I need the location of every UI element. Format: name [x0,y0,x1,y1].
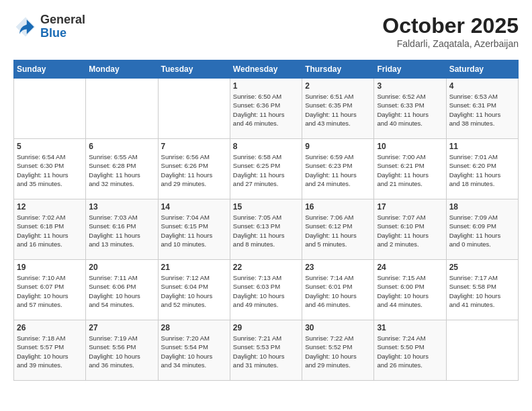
weekday-header-thursday: Thursday [302,60,374,79]
day-number: 10 [377,142,443,151]
weekday-header-saturday: Saturday [446,60,518,79]
logo-text: General Blue [40,13,85,40]
day-info: Sunrise: 7:04 AM Sunset: 6:15 PM Dayligh… [161,213,227,248]
day-info: Sunrise: 7:00 AM Sunset: 6:21 PM Dayligh… [377,152,443,188]
calendar-cell: 10Sunrise: 7:00 AM Sunset: 6:21 PM Dayli… [374,139,446,199]
calendar-cell: 16Sunrise: 7:06 AM Sunset: 6:12 PM Dayli… [302,199,374,260]
calendar-cell: 31Sunrise: 7:24 AM Sunset: 5:50 PM Dayli… [374,320,446,381]
day-info: Sunrise: 7:15 AM Sunset: 6:00 PM Dayligh… [377,273,443,309]
day-number: 5 [17,142,83,151]
day-number: 14 [161,202,227,212]
calendar-cell: 7Sunrise: 6:56 AM Sunset: 6:26 PM Daylig… [158,139,230,199]
day-info: Sunrise: 7:06 AM Sunset: 6:12 PM Dayligh… [305,213,371,248]
week-row-2: 5Sunrise: 6:54 AM Sunset: 6:30 PM Daylig… [14,139,519,199]
calendar-cell: 1Sunrise: 6:50 AM Sunset: 6:36 PM Daylig… [230,79,302,139]
week-row-5: 26Sunrise: 7:18 AM Sunset: 5:57 PM Dayli… [14,320,519,381]
weekday-header-tuesday: Tuesday [158,60,230,79]
day-number: 6 [89,142,154,151]
day-number: 28 [161,323,227,332]
day-number: 23 [305,263,371,272]
day-number: 7 [161,142,227,151]
day-info: Sunrise: 6:55 AM Sunset: 6:28 PM Dayligh… [89,152,154,188]
day-info: Sunrise: 7:11 AM Sunset: 6:06 PM Dayligh… [89,273,154,309]
calendar-cell: 29Sunrise: 7:21 AM Sunset: 5:53 PM Dayli… [230,320,302,381]
logo: General Blue [13,13,85,40]
day-info: Sunrise: 7:05 AM Sunset: 6:13 PM Dayligh… [233,213,299,248]
calendar-cell: 3Sunrise: 6:52 AM Sunset: 6:33 PM Daylig… [374,79,446,139]
day-number: 13 [89,202,154,212]
day-number: 19 [17,263,83,272]
calendar-cell: 11Sunrise: 7:01 AM Sunset: 6:20 PM Dayli… [446,139,518,199]
day-number: 20 [89,263,154,272]
day-number: 9 [305,142,371,151]
weekday-header-monday: Monday [86,60,158,79]
calendar-cell: 2Sunrise: 6:51 AM Sunset: 6:35 PM Daylig… [302,79,374,139]
day-info: Sunrise: 7:22 AM Sunset: 5:52 PM Dayligh… [305,334,371,369]
day-info: Sunrise: 7:09 AM Sunset: 6:09 PM Dayligh… [449,213,515,248]
calendar-table: SundayMondayTuesdayWednesdayThursdayFrid… [13,60,519,381]
day-info: Sunrise: 6:50 AM Sunset: 6:36 PM Dayligh… [233,92,299,128]
day-number: 24 [377,263,443,272]
day-number: 30 [305,323,371,332]
day-info: Sunrise: 7:02 AM Sunset: 6:18 PM Dayligh… [17,213,83,248]
weekday-header-row: SundayMondayTuesdayWednesdayThursdayFrid… [14,60,519,79]
location-subtitle: Faldarli, Zaqatala, Azerbaijan [382,38,519,49]
day-number: 21 [161,263,227,272]
weekday-header-sunday: Sunday [14,60,86,79]
calendar-cell: 23Sunrise: 7:14 AM Sunset: 6:01 PM Dayli… [302,260,374,320]
day-info: Sunrise: 7:14 AM Sunset: 6:01 PM Dayligh… [305,273,371,309]
day-number: 25 [449,263,515,272]
calendar-cell: 25Sunrise: 7:17 AM Sunset: 5:58 PM Dayli… [446,260,518,320]
day-info: Sunrise: 7:18 AM Sunset: 5:57 PM Dayligh… [17,334,83,369]
day-info: Sunrise: 7:21 AM Sunset: 5:53 PM Dayligh… [233,334,299,369]
day-number: 27 [89,323,154,332]
day-number: 18 [449,202,515,212]
day-info: Sunrise: 6:56 AM Sunset: 6:26 PM Dayligh… [161,152,227,188]
day-info: Sunrise: 6:53 AM Sunset: 6:31 PM Dayligh… [449,92,515,128]
day-info: Sunrise: 7:10 AM Sunset: 6:07 PM Dayligh… [17,273,83,309]
calendar-cell: 30Sunrise: 7:22 AM Sunset: 5:52 PM Dayli… [302,320,374,381]
calendar-cell: 19Sunrise: 7:10 AM Sunset: 6:07 PM Dayli… [14,260,86,320]
calendar-cell: 14Sunrise: 7:04 AM Sunset: 6:15 PM Dayli… [158,199,230,260]
logo-blue: Blue [40,26,66,40]
day-number: 2 [305,81,371,91]
weekday-header-friday: Friday [374,60,446,79]
week-row-3: 12Sunrise: 7:02 AM Sunset: 6:18 PM Dayli… [14,199,519,260]
calendar-cell: 22Sunrise: 7:13 AM Sunset: 6:03 PM Dayli… [230,260,302,320]
day-number: 1 [233,81,299,91]
calendar-cell: 6Sunrise: 6:55 AM Sunset: 6:28 PM Daylig… [86,139,158,199]
day-info: Sunrise: 7:07 AM Sunset: 6:10 PM Dayligh… [377,213,443,248]
calendar-cell: 13Sunrise: 7:03 AM Sunset: 6:16 PM Dayli… [86,199,158,260]
calendar-cell: 28Sunrise: 7:20 AM Sunset: 5:54 PM Dayli… [158,320,230,381]
day-number: 3 [377,81,443,91]
day-info: Sunrise: 7:24 AM Sunset: 5:50 PM Dayligh… [377,334,443,369]
day-number: 31 [377,323,443,332]
day-number: 17 [377,202,443,212]
week-row-1: 1Sunrise: 6:50 AM Sunset: 6:36 PM Daylig… [14,79,519,139]
day-info: Sunrise: 7:12 AM Sunset: 6:04 PM Dayligh… [161,273,227,309]
calendar-cell: 4Sunrise: 6:53 AM Sunset: 6:31 PM Daylig… [446,79,518,139]
day-info: Sunrise: 6:52 AM Sunset: 6:33 PM Dayligh… [377,92,443,128]
day-info: Sunrise: 7:20 AM Sunset: 5:54 PM Dayligh… [161,334,227,369]
day-number: 11 [449,142,515,151]
day-number: 8 [233,142,299,151]
day-info: Sunrise: 7:17 AM Sunset: 5:58 PM Dayligh… [449,273,515,309]
day-info: Sunrise: 7:01 AM Sunset: 6:20 PM Dayligh… [449,152,515,188]
day-info: Sunrise: 7:03 AM Sunset: 6:16 PM Dayligh… [89,213,154,248]
calendar-cell [158,79,230,139]
calendar-cell: 27Sunrise: 7:19 AM Sunset: 5:56 PM Dayli… [86,320,158,381]
calendar-cell: 5Sunrise: 6:54 AM Sunset: 6:30 PM Daylig… [14,139,86,199]
day-number: 22 [233,263,299,272]
calendar-cell: 17Sunrise: 7:07 AM Sunset: 6:10 PM Dayli… [374,199,446,260]
calendar-cell: 21Sunrise: 7:12 AM Sunset: 6:04 PM Dayli… [158,260,230,320]
day-number: 4 [449,81,515,91]
day-number: 15 [233,202,299,212]
calendar-cell: 20Sunrise: 7:11 AM Sunset: 6:06 PM Dayli… [86,260,158,320]
day-info: Sunrise: 6:54 AM Sunset: 6:30 PM Dayligh… [17,152,83,188]
day-number: 12 [17,202,83,212]
calendar-cell: 24Sunrise: 7:15 AM Sunset: 6:00 PM Dayli… [374,260,446,320]
week-row-4: 19Sunrise: 7:10 AM Sunset: 6:07 PM Dayli… [14,260,519,320]
page-header: General Blue October 2025 Faldarli, Zaqa… [13,13,519,49]
day-number: 26 [17,323,83,332]
calendar-cell: 15Sunrise: 7:05 AM Sunset: 6:13 PM Dayli… [230,199,302,260]
